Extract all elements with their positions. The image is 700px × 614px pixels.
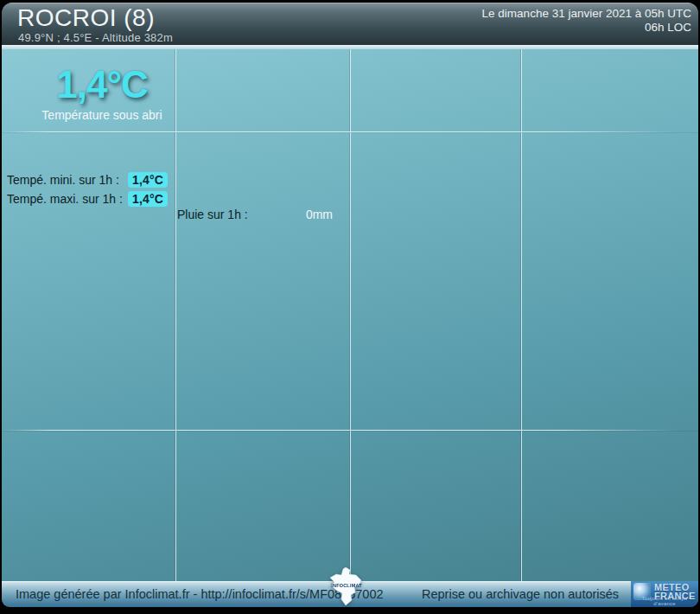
- station-name: ROCROI (8): [17, 4, 155, 32]
- rain-value: 0mm: [306, 208, 333, 221]
- station-card: ROCROI (8) 49.9°N ; 4.5°E - Altitude 382…: [2, 3, 698, 607]
- current-temperature-value: 1,4°C: [24, 63, 180, 106]
- datetime-local: 06h LOC: [482, 21, 691, 35]
- temp-min-row: Tempé. mini. sur 1h : 1,4°C: [7, 172, 168, 188]
- grid-hline-2: [2, 430, 698, 431]
- temp-min-value-badge: 1,4°C: [128, 172, 168, 188]
- grid-vline-2: [350, 49, 351, 581]
- grid-hline-1: [2, 131, 698, 132]
- meteo-france-tagline: Toujours un temps d'avance: [631, 596, 698, 606]
- grid-vline-1: [175, 49, 176, 581]
- infoclimat-logo: INFOCLIMAT: [329, 566, 364, 606]
- copyright-notice: Reprise ou archivage non autorisés: [422, 581, 619, 607]
- data-panel: 1,4°C Température sous abri Tempé. mini.…: [2, 49, 698, 581]
- rain-row: Pluie sur 1h : 0mm: [177, 208, 333, 221]
- current-temperature-label: Température sous abri: [24, 108, 180, 122]
- credit-text: Image générée par Infoclimat.fr - http:/…: [16, 581, 384, 607]
- datetime-utc: Le dimanche 31 janvier 2021 à 05h UTC: [482, 7, 691, 21]
- temp-max-row: Tempé. maxi. sur 1h : 1,4°C: [7, 191, 168, 207]
- temp-max-label: Tempé. maxi. sur 1h :: [7, 192, 128, 206]
- rain-label: Pluie sur 1h :: [177, 208, 248, 221]
- current-temperature-block: 1,4°C Température sous abri: [24, 63, 180, 122]
- weather-station-image: ROCROI (8) 49.9°N ; 4.5°E - Altitude 382…: [0, 0, 700, 614]
- meteo-france-logo: METEO FRANCE Toujours un temps d'avance: [631, 581, 698, 607]
- grid-vline-3: [521, 49, 522, 581]
- infoclimat-wordmark: INFOCLIMAT: [329, 583, 364, 588]
- temp-min-label: Tempé. mini. sur 1h :: [7, 173, 128, 187]
- observation-datetime: Le dimanche 31 janvier 2021 à 05h UTC 06…: [482, 7, 691, 35]
- temp-max-value-badge: 1,4°C: [128, 191, 168, 207]
- header-bar: ROCROI (8) 49.9°N ; 4.5°E - Altitude 382…: [2, 3, 698, 45]
- station-coordinates: 49.9°N ; 4.5°E - Altitude 382m: [18, 31, 173, 44]
